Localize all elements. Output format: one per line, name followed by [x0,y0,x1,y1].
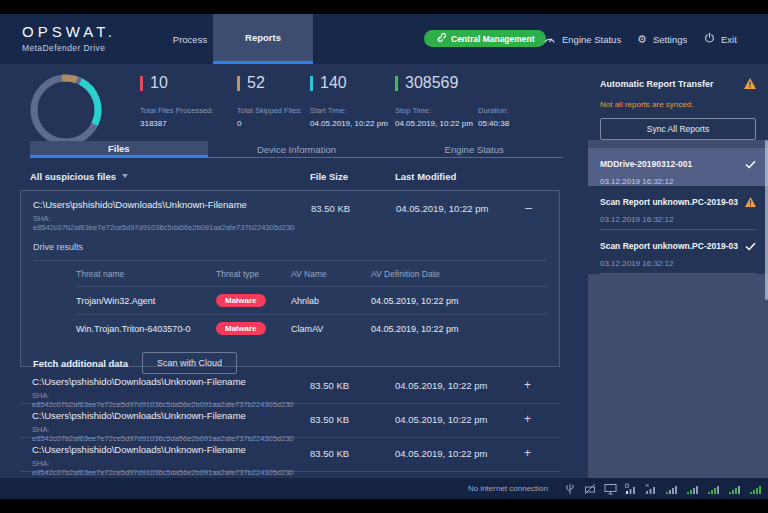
product-name: MetaDefender Drive [22,43,116,53]
file-size: 83.50 KB [310,376,395,391]
tab-files[interactable]: Files [30,141,208,158]
signal-blocked-icon [645,483,657,495]
fetch-additional-data-label: Fetch additional data [33,358,128,369]
stat-sub-value: 04.05.2019, 10:22 pm [310,119,388,128]
report-date: 03.12.2019 16:32:12 [600,259,756,268]
settings-label: Settings [653,34,687,45]
stat-stop-time: 308569 Stop Time: 04.05.2019, 10:22 pm D… [395,74,509,128]
collapsed-file-rows: C:\Users\pshishido\Downloads\Unknown-Fil… [20,370,560,472]
report-item[interactable]: Scan Report unknown.PC-2019-03 03.12.201… [588,230,768,273]
warning-icon [745,193,756,211]
av-definition-date: 04.05.2019, 10:22 pm [371,296,547,306]
tab-engine-status[interactable]: Engine Status [385,141,563,158]
expand-row-button[interactable]: + [515,444,540,460]
file-row[interactable]: C:\Users\pshishido\Downloads\Unknown-Fil… [20,404,560,438]
brand-name: OPSWAT. [22,23,116,40]
scan-bars-1-icon [665,483,678,495]
stat-sub-value: 0 [237,119,302,128]
stat-start-time: 140 Start Time: 04.05.2019, 10:22 pm [310,74,388,128]
malware-badge: Malware [216,294,266,307]
engine-status-label: Engine Status [562,34,621,45]
transfer-warning-text: Not all reports are synced. [600,100,756,109]
filter-label: All suspicious files [30,171,116,182]
report-date: 03.12.2019 16:32:12 [600,177,756,186]
report-item[interactable]: Scan Report unknown.PC-2019-03 03.12.201… [588,186,768,229]
column-threat-type: Threat type [216,269,291,279]
file-sha: SHA: e8542c07b2af63ee7e72ce5d97d91036c5d… [33,214,301,232]
link-icon [435,32,446,45]
threat-table: Threat name Threat type AV Name AV Defin… [76,261,547,342]
exit-label: Exit [721,34,737,45]
gauge-icon [543,33,556,46]
stat-value: 10 [150,74,168,92]
stat-label: Stop Time: [395,106,478,116]
stat-color-bar [395,76,398,91]
report-list: MDDrive-20190312-001 03.12.2019 16:32:12… [588,148,768,274]
file-path: C:\Users\pshishido\Downloads\Unknown-Fil… [32,410,300,421]
file-size: 83.50 KB [311,199,396,214]
stat-label: Start Time: [310,106,388,116]
warning-icon [744,75,756,93]
scan-bars-3-icon [707,483,720,495]
file-modified: 04.05.2019, 10:22 pm [396,199,516,214]
usb-icon [564,483,576,495]
file-row-expanded[interactable]: C:\Users\pshishido\Downloads\Unknown-Fil… [21,191,559,232]
file-modified: 04.05.2019, 10:22 pm [395,444,515,459]
chevron-down-icon [122,174,128,178]
connection-status-text: No internet connection [468,484,548,493]
av-definition-date: 04.05.2019, 10:22 pm [371,324,547,334]
expand-row-button[interactable]: + [515,376,540,392]
threat-name: Win.Trojan.Triton-6403570-0 [76,324,216,334]
file-path: C:\Users\pshishido\Downloads\Unknown-Fil… [32,376,300,387]
stat-sub-value: 04.05.2019, 10:22 pm [395,119,478,128]
file-path: C:\Users\pshishido\Downloads\Unknown-Fil… [33,199,301,210]
stat-value: 308569 [405,74,458,92]
stat-sub-duration: 05:40:38 [478,119,509,128]
stat-skipped: 52 Total Skipped Files: 0 [237,74,302,128]
collapse-row-button[interactable]: – [516,199,541,215]
engine-status-button[interactable]: Engine Status [543,14,621,64]
nav-tab-reports[interactable]: Reports [213,14,313,64]
app-window: OPSWAT. MetaDefender Drive Process Repor… [0,14,768,499]
threat-row: Trojan/Win32.Agent Malware Ahnlab 04.05.… [76,287,547,315]
scan-donut-chart [26,70,106,150]
signal-low-icon [625,483,637,495]
expanded-file-card: C:\Users\pshishido\Downloads\Unknown-Fil… [20,190,560,367]
file-path: C:\Users\pshishido\Downloads\Unknown-Fil… [32,444,300,455]
reports-sidebar: Automatic Report Transfer Not all report… [588,64,768,478]
expand-row-button[interactable]: + [515,410,540,426]
file-size: 83.50 KB [310,444,395,459]
stat-label-duration: Duration: [478,106,509,116]
column-av-name: AV Name [291,269,371,279]
automatic-report-transfer-panel: Automatic Report Transfer Not all report… [588,64,768,140]
stat-sub-value: 318387 [140,119,213,128]
sync-all-reports-button[interactable]: Sync All Reports [600,118,756,140]
display-icon [604,483,617,495]
column-av-definition-date: AV Definition Date [371,269,547,279]
status-icons [564,483,762,495]
tab-device-information[interactable]: Device Information [208,141,386,158]
stat-value: 140 [320,74,347,92]
av-name: Ahnlab [291,296,371,306]
suspicious-files-filter[interactable]: All suspicious files [30,171,310,182]
report-item-selected[interactable]: MDDrive-20190312-001 03.12.2019 16:32:12 [588,148,768,186]
scan-bars-5-icon [749,483,762,495]
check-icon [745,155,756,173]
header: OPSWAT. MetaDefender Drive Process Repor… [0,14,768,64]
file-row[interactable]: C:\Users\pshishido\Downloads\Unknown-Fil… [20,370,560,404]
exit-button[interactable]: Exit [704,14,737,64]
stat-color-bar [237,76,240,91]
column-last-modified: Last Modified [395,171,533,182]
report-name: Scan Report unknown.PC-2019-03 [600,197,744,207]
settings-button[interactable]: ⚙ Settings [637,14,687,64]
stat-value: 52 [247,74,265,92]
opswat-logo: OPSWAT. MetaDefender Drive [22,23,116,53]
report-tabs: Files Device Information Engine Status [30,141,563,158]
central-management-button[interactable]: Central Management [424,30,546,47]
threat-table-header: Threat name Threat type AV Name AV Defin… [76,261,547,287]
report-date: 03.12.2019 16:32:12 [600,215,756,224]
file-row[interactable]: C:\Users\pshishido\Downloads\Unknown-Fil… [20,438,560,472]
stat-label: Total Files Processed: [140,106,213,116]
stat-label: Total Skipped Files: [237,106,302,116]
column-threat-name: Threat name [76,269,216,279]
